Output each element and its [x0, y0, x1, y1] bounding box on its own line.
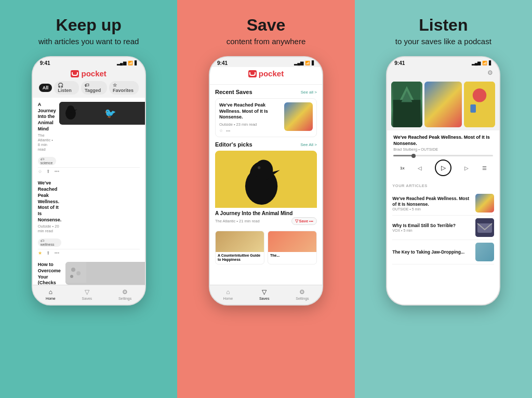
album-art-wellness — [424, 82, 462, 127]
more-icon[interactable]: ••• — [55, 169, 59, 174]
rewind-button[interactable]: ◁ — [418, 165, 422, 171]
see-all-recent[interactable]: See all > — [301, 90, 317, 95]
nav-home-2[interactable]: ⌂ Home — [223, 288, 233, 300]
phone-3-screen: 9:41 ▂▄▆ 📶 ▋ ⚙ — [387, 57, 499, 304]
svg-point-16 — [258, 166, 260, 169]
queue-button[interactable]: ☰ — [482, 165, 487, 171]
nav-home-label-1: Home — [46, 297, 56, 300]
editors-picks: Editor's picks See All > — [215, 141, 317, 264]
battery-icon-2: ▋ — [312, 61, 315, 65]
star-icon[interactable]: ☆ — [219, 128, 223, 133]
filter-tab-favorites[interactable]: ☆ Favorites — [109, 81, 139, 95]
more-icon[interactable]: ••• — [226, 128, 230, 133]
nav-saves-2[interactable]: ▽ Saves — [259, 288, 269, 300]
featured-source: The Atlantic • 21 min read — [215, 219, 260, 223]
player-title: We've Reached Peak Wellness. Most of It … — [393, 135, 493, 147]
svg-point-6 — [76, 271, 81, 275]
more-icon-2[interactable]: ••• — [309, 219, 313, 223]
status-icons-1: ▂▄▆ 📶 ▋ — [117, 61, 138, 65]
recent-save-card[interactable]: We've Reached Peak Wellness. Most of It … — [215, 98, 317, 137]
album-art-row — [387, 78, 499, 130]
pocket-logo-icon-1 — [71, 70, 79, 77]
article-item[interactable]: A Journey Into the Animal Mind The Atlan… — [38, 98, 140, 168]
status-icons-2: ▂▄▆ 📶 ▋ — [294, 61, 315, 65]
nav-settings-2[interactable]: ⚙ Settings — [296, 288, 309, 300]
share-icon[interactable]: ⬆ — [46, 169, 50, 174]
article-item[interactable]: We've Reached Peak Wellness. Most of It … — [38, 176, 140, 249]
small-card-2[interactable]: The... — [268, 231, 317, 264]
wifi-icon: 📶 — [128, 61, 133, 65]
article-meta: Outside • 20 min read — [38, 224, 62, 233]
star-icon[interactable]: ☆ — [38, 169, 42, 174]
article-title: We've Reached Peak Wellness. Most of It … — [38, 180, 62, 223]
small-card-1[interactable]: A Counterintuitive Guide to Happiness — [215, 231, 264, 264]
album-art-yellow — [464, 82, 495, 127]
save-label: Save — [299, 219, 309, 223]
status-bar-1: 9:41 ▂▄▆ 📶 ▋ — [33, 57, 145, 67]
save-button[interactable]: ▽ Save ••• — [291, 217, 317, 225]
filter-tabs: All 🎧 Listen 🏷 Tagged ☆ Favorites — [39, 81, 139, 95]
panel-1-title: Keep up — [56, 16, 122, 35]
article-actions-2: ★ ⬆ ••• — [38, 249, 140, 258]
fast-forward-button[interactable]: ▷ — [464, 165, 469, 171]
nav-home-1[interactable]: ⌂ Home — [46, 288, 56, 300]
ya-title-3: The Key to Taking Jaw-Dropping... — [392, 249, 472, 255]
ya-thumb-3 — [475, 243, 494, 261]
nav-saves-1[interactable]: ▽ Saves — [82, 288, 92, 300]
ya-item-3[interactable]: The Key to Taking Jaw-Dropping... — [392, 240, 494, 264]
progress-fill — [393, 155, 413, 156]
filter-tab-all[interactable]: All — [39, 84, 52, 92]
panel-3-subtitle: to your saves like a podcast — [395, 37, 491, 46]
more-icon[interactable]: ••• — [55, 250, 59, 256]
progress-bar[interactable] — [393, 155, 493, 156]
small-card-text-2: The... — [268, 252, 316, 259]
svg-rect-21 — [466, 82, 494, 127]
article-text: We've Reached Peak Wellness. Most of It … — [38, 180, 65, 247]
save-card-thumb — [284, 102, 313, 131]
articles-list-1: A Journey Into the Animal Mind The Atlan… — [33, 98, 145, 285]
play-button[interactable]: ▷ — [435, 160, 451, 176]
home-icon-2: ⌂ — [226, 288, 230, 296]
player-section: We've Reached Peak Wellness. Most of It … — [387, 130, 499, 180]
article-item[interactable]: How to Overcome Your (Checks Email) Dist… — [38, 258, 140, 285]
status-time-1: 9:41 — [40, 60, 50, 66]
wifi-icon-3: 📶 — [482, 61, 487, 65]
filter-tab-listen[interactable]: 🎧 Listen — [54, 81, 79, 95]
article-thumb-crow — [59, 102, 145, 125]
filter-tab-tagged[interactable]: 🏷 Tagged — [81, 81, 107, 95]
pocket-logo-text-1: pocket — [81, 69, 106, 78]
star-filled-icon[interactable]: ★ — [38, 250, 42, 256]
panel-listen: Listen to your saves like a podcast 9:41… — [355, 0, 532, 398]
phone-3: 9:41 ▂▄▆ 📶 ▋ ⚙ — [386, 56, 500, 306]
album-art-forest — [391, 82, 422, 127]
speed-button[interactable]: 1x — [400, 166, 405, 170]
phone-2-content: Recent Saves See all > We've Reached Pea… — [210, 85, 322, 285]
svg-point-2 — [67, 105, 74, 113]
ya-text-3: The Key to Taking Jaw-Dropping... — [392, 249, 472, 255]
signal-icon-3: ▂▄▆ — [472, 61, 481, 65]
big-card-featured[interactable]: A Journey Into the Animal Mind The Atlan… — [215, 151, 317, 228]
gear-icon[interactable]: ⚙ — [487, 69, 493, 76]
editors-picks-title: Editor's picks — [215, 141, 252, 148]
svg-rect-18 — [393, 100, 421, 127]
article-text: A Journey Into the Animal Mind The Atlan… — [38, 102, 59, 165]
player-controls: 1x ◁ ▷ ▷ ☰ — [393, 160, 493, 176]
article-text: How to Overcome Your (Checks Email) Dist… — [38, 262, 65, 285]
see-all-editors[interactable]: See All > — [300, 142, 317, 147]
ya-item-1[interactable]: We've Reached Peak Wellness. Most of It … — [392, 191, 494, 216]
ya-item-2[interactable]: Why Is Email Still So Terrible? VOX • 5 … — [392, 216, 494, 240]
signal-icon-2: ▂▄▆ — [294, 61, 303, 65]
big-card-meta: The Atlantic • 21 min read ▽ Save ••• — [215, 217, 317, 225]
share-icon[interactable]: ⬆ — [46, 250, 50, 256]
your-articles-header: YOUR ARTICLES — [392, 183, 494, 188]
nav-saves-label-1: Saves — [82, 297, 92, 300]
recent-saves-header: Recent Saves See all > — [215, 89, 317, 95]
your-articles: YOUR ARTICLES We've Reached Peak Wellnes… — [387, 180, 499, 304]
recent-saves-title: Recent Saves — [215, 89, 252, 95]
article-tag: 🏷 science — [38, 157, 56, 165]
nav-home-label-2: Home — [223, 297, 233, 300]
phone-2: 9:41 ▂▄▆ 📶 ▋ pocket — [209, 56, 323, 306]
battery-icon-3: ▋ — [489, 61, 492, 65]
big-card-footer: A Journey Into the Animal Mind The Atlan… — [215, 208, 317, 228]
nav-settings-1[interactable]: ⚙ Settings — [118, 288, 131, 300]
